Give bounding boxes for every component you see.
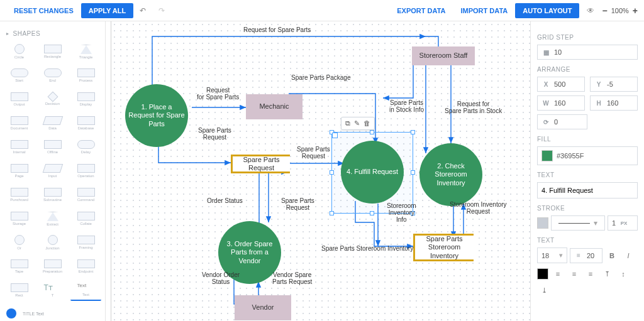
shape-input[interactable]: Input bbox=[37, 160, 68, 182]
copy-icon[interactable]: ⧉ bbox=[345, 119, 350, 128]
shapes-title[interactable]: SHAPES bbox=[4, 26, 101, 41]
shape-start[interactable]: Start bbox=[4, 65, 35, 86]
shape-decision[interactable]: Decision bbox=[37, 89, 68, 110]
canvas[interactable]: 1. Place a Request for Spare Parts Mecha… bbox=[111, 21, 530, 321]
align-center-icon[interactable]: ≡ bbox=[567, 267, 581, 281]
stroke-swatch[interactable] bbox=[537, 217, 548, 229]
grid-step-input[interactable]: ▦10 bbox=[537, 45, 638, 60]
italic-button[interactable]: I bbox=[621, 249, 635, 263]
shape-or[interactable]: Or bbox=[4, 232, 35, 253]
edge-label: Spare Parts in Stock Info bbox=[389, 99, 424, 113]
shape-circle[interactable]: Circle bbox=[4, 41, 35, 62]
shape-preparation[interactable]: Preparation bbox=[37, 256, 68, 277]
shape-tape[interactable]: Tape bbox=[4, 256, 35, 277]
shape-rect2[interactable]: Rect bbox=[4, 280, 35, 301]
align-right-icon[interactable]: ≡ bbox=[584, 267, 597, 281]
y-input[interactable]: Y-5 bbox=[590, 77, 638, 92]
stroke-width-input[interactable]: 1PX bbox=[608, 215, 638, 231]
stroke-style-select[interactable]: ▾ bbox=[551, 215, 605, 231]
edge-label: Spare Parts Request bbox=[198, 127, 231, 141]
reset-button[interactable]: RESET CHANGES bbox=[6, 3, 81, 18]
edge-label: Spare Parts Request bbox=[297, 146, 330, 160]
node-place-request[interactable]: 1. Place a Request for Spare Parts bbox=[125, 84, 188, 147]
fill-input[interactable]: #36955F bbox=[537, 146, 638, 165]
edge-label: Storeroom Inventory Request bbox=[450, 201, 507, 215]
align-left-icon[interactable]: ≡ bbox=[551, 267, 565, 281]
import-button[interactable]: IMPORT DATA bbox=[453, 3, 516, 18]
shape-document[interactable]: Document bbox=[4, 112, 35, 134]
shape-command[interactable]: Command bbox=[70, 184, 101, 205]
grid-icon: ▦ bbox=[541, 49, 550, 56]
edge-label: Request for Spare Parts bbox=[197, 87, 239, 101]
apply-button[interactable]: APPLY ALL bbox=[81, 3, 134, 18]
shape-tt[interactable]: TᴛT bbox=[37, 280, 68, 301]
shape-subroutine[interactable]: Subroutine bbox=[37, 184, 68, 205]
shape-display[interactable]: Display bbox=[70, 89, 101, 110]
shape-endpoint[interactable]: Endpoint bbox=[70, 256, 101, 277]
shape-storage[interactable]: Storage bbox=[4, 208, 35, 229]
shape-data[interactable]: Data bbox=[37, 112, 68, 134]
node-check-inventory[interactable]: 2. Check Storeroom Inventory bbox=[419, 143, 482, 206]
node-toolbar[interactable]: ⧉ ✎ 🗑 bbox=[341, 117, 375, 130]
shape-framing[interactable]: Framing bbox=[70, 232, 101, 253]
shape-delay[interactable]: Delay bbox=[70, 136, 101, 158]
node-fulfill-request[interactable]: 4. Fulfill Request bbox=[341, 141, 404, 204]
valign-middle-icon[interactable]: ↕ bbox=[616, 267, 630, 281]
x-input[interactable]: X500 bbox=[537, 77, 585, 92]
node-storeroom-staff[interactable]: Storeroom Staff bbox=[412, 46, 475, 65]
shape-extract[interactable]: Extract bbox=[37, 208, 68, 229]
color-dot-icon[interactable] bbox=[6, 308, 16, 318]
undo-icon[interactable]: ↶ bbox=[140, 6, 146, 15]
shape-junction[interactable]: Junction bbox=[37, 232, 68, 253]
edge-label: Spare Parts Request bbox=[281, 197, 314, 211]
fill-swatch[interactable] bbox=[541, 150, 553, 161]
shape-internal[interactable]: Internal bbox=[4, 136, 35, 158]
visibility-icon[interactable]: 👁 bbox=[587, 6, 594, 15]
text-input[interactable] bbox=[537, 182, 638, 199]
line-height-input[interactable]: ≡20 bbox=[570, 248, 602, 263]
shape-end[interactable]: End bbox=[37, 65, 68, 86]
shape-process[interactable]: Process bbox=[70, 65, 101, 86]
text-color-swatch[interactable] bbox=[537, 268, 548, 280]
zoom-value: 100% bbox=[611, 7, 629, 14]
shape-triangle[interactable]: Triangle bbox=[70, 41, 101, 62]
bold-button[interactable]: B bbox=[605, 249, 619, 263]
node-storeroom-inventory[interactable]: Spare Parts Storeroom Inventory bbox=[413, 234, 474, 261]
shape-rect[interactable]: Rectangle bbox=[37, 41, 68, 62]
shape-output[interactable]: Output bbox=[4, 89, 35, 110]
edge-label: Vendor Spare Parts Request bbox=[272, 271, 312, 285]
valign-bottom-icon[interactable]: ⤓ bbox=[537, 283, 551, 297]
shape-collate[interactable]: Collate bbox=[70, 208, 101, 229]
node-mechanic[interactable]: Mechanic bbox=[246, 94, 303, 119]
w-input[interactable]: W160 bbox=[537, 95, 585, 111]
section-fill: FILL bbox=[537, 136, 638, 143]
shape-offline[interactable]: Offline bbox=[37, 136, 68, 158]
export-button[interactable]: EXPORT DATA bbox=[389, 3, 453, 18]
section-stroke: STROKE bbox=[537, 205, 638, 212]
zoom-in-icon[interactable]: + bbox=[633, 6, 638, 16]
edge-label: Storeroom Inventory Info bbox=[387, 202, 416, 223]
delete-icon[interactable]: 🗑 bbox=[364, 119, 370, 128]
edge-label: Request for Spare Parts bbox=[243, 26, 311, 33]
node-spare-parts-request[interactable]: Spare Parts Request bbox=[231, 155, 290, 173]
shapes-panel: SHAPES CircleRectangleTriangleStartEndPr… bbox=[0, 21, 106, 321]
edge-label: Spare Parts Storeroom Inventory bbox=[321, 245, 413, 252]
node-vendor[interactable]: Vendor bbox=[235, 295, 291, 320]
shape-page[interactable]: Page bbox=[4, 160, 35, 182]
shape-operation[interactable]: Operation bbox=[70, 160, 101, 182]
edit-icon[interactable]: ✎ bbox=[354, 119, 360, 128]
shape-database[interactable]: Database bbox=[70, 112, 101, 134]
redo-icon[interactable]: ↷ bbox=[158, 6, 165, 15]
font-size-input[interactable]: 18▾ bbox=[537, 248, 567, 263]
section-text: TEXT bbox=[537, 171, 638, 178]
section-grid-step: GRID STEP bbox=[537, 34, 638, 41]
shape-punchcard[interactable]: Punchcard bbox=[4, 184, 35, 205]
edge-label: Vendor Order Status bbox=[202, 271, 240, 285]
shape-text[interactable]: TextText bbox=[70, 280, 101, 301]
rotation-input[interactable]: ⟳0 bbox=[537, 114, 587, 129]
auto-layout-button[interactable]: AUTO LAYOUT bbox=[515, 3, 579, 18]
zoom-out-icon[interactable]: − bbox=[602, 6, 607, 16]
valign-top-icon[interactable]: ⤒ bbox=[600, 267, 614, 281]
h-input[interactable]: H160 bbox=[590, 95, 638, 111]
section-arrange: ARRANGE bbox=[537, 66, 638, 73]
